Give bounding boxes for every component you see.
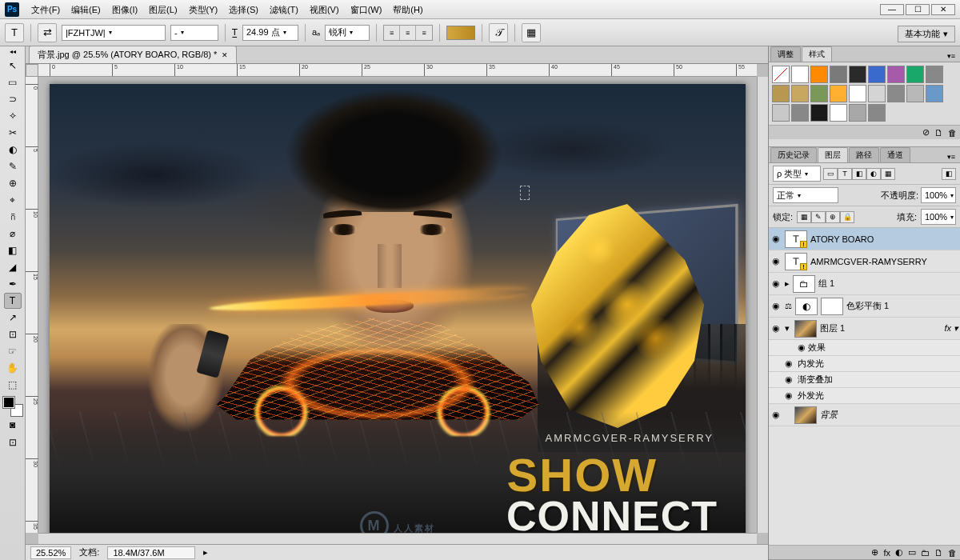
filter-icon[interactable]: ▦	[881, 168, 895, 180]
visibility-toggle[interactable]: ◉	[770, 256, 782, 267]
tab-styles[interactable]: 样式	[802, 46, 832, 62]
visibility-toggle[interactable]: ◉	[770, 323, 782, 334]
swatch-new-button[interactable]: 🗋	[934, 128, 943, 138]
layer-effect-row[interactable]: ◉外发光	[769, 388, 960, 404]
panel-menu-icon[interactable]: ▾≡	[944, 151, 958, 162]
tool-button[interactable]: ⌀	[4, 226, 22, 242]
layer-row[interactable]: ◉背景	[769, 404, 960, 426]
layer-row[interactable]: ◉T!AMRMCGVER-RAMYSERRY	[769, 250, 960, 273]
lock-icon[interactable]: 🔒	[840, 211, 854, 223]
document-tab[interactable]: 背景.jpg @ 25.5% (ATORY BOARO, RGB/8) *✕	[29, 46, 237, 63]
tool-button[interactable]: ☞	[4, 343, 22, 359]
menu-item[interactable]: 图层(L)	[143, 5, 182, 14]
swatch-delete-button[interactable]: 🗑	[948, 128, 957, 138]
tab-paths[interactable]: 路径	[849, 147, 879, 162]
tool-button[interactable]: ⊃	[4, 91, 22, 107]
visibility-toggle[interactable]: ◉	[770, 234, 782, 245]
lock-icon[interactable]: ✎	[811, 211, 826, 223]
layer-action-button[interactable]: fx	[883, 548, 890, 558]
style-swatch[interactable]	[868, 85, 886, 102]
tool-button[interactable]: T	[4, 293, 22, 309]
visibility-toggle[interactable]	[783, 342, 794, 354]
style-swatch[interactable]	[906, 66, 924, 83]
color-picker[interactable]	[3, 397, 22, 416]
warp-text-button[interactable]: 𝒯	[489, 23, 508, 42]
layer-effect-row[interactable]: ◉渐变叠加	[769, 372, 960, 388]
filter-icon[interactable]: ◐	[866, 168, 881, 180]
style-swatch[interactable]	[791, 104, 809, 122]
ruler-vertical[interactable]: 05101520253035	[26, 77, 38, 533]
ruler-horizontal[interactable]: 0510152025303540455055	[38, 64, 757, 77]
workspace-switcher[interactable]: 基本功能▾	[898, 26, 955, 42]
menu-item[interactable]: 视图(V)	[304, 5, 345, 14]
layer-effect-row[interactable]: ◉ 效果	[769, 340, 960, 356]
foreground-color[interactable]	[3, 397, 14, 408]
menu-item[interactable]: 选择(S)	[223, 5, 264, 14]
tool-button[interactable]: ▭	[4, 74, 22, 90]
style-swatch[interactable]	[906, 85, 924, 102]
layer-effect-row[interactable]: ◉内发光	[769, 356, 960, 372]
menu-item[interactable]: 文件(F)	[26, 5, 66, 14]
visibility-toggle[interactable]: ◉	[783, 390, 794, 402]
current-tool-icon[interactable]: T	[5, 23, 24, 42]
tool-button[interactable]: ✎	[4, 158, 22, 174]
menu-item[interactable]: 帮助(H)	[387, 5, 428, 14]
style-swatch[interactable]	[849, 104, 866, 122]
status-arrow-icon[interactable]: ▸	[203, 547, 208, 558]
scrollbar-vertical[interactable]	[757, 77, 768, 533]
tool-button[interactable]: ↖	[4, 58, 22, 74]
style-swatch[interactable]	[791, 85, 809, 102]
style-swatch[interactable]	[772, 85, 790, 102]
minimize-button[interactable]: —	[880, 4, 904, 15]
align-center-button[interactable]: ≡	[400, 26, 416, 40]
orientation-toggle[interactable]: ⇄	[38, 23, 57, 42]
fill-field[interactable]: 100%▾	[921, 209, 956, 225]
scrollbar-horizontal[interactable]	[38, 533, 757, 544]
font-style-select[interactable]: -▾	[170, 25, 218, 41]
menu-item[interactable]: 类型(Y)	[183, 5, 224, 14]
menu-item[interactable]: 编辑(E)	[66, 5, 106, 14]
group-arrow-icon[interactable]: ▸	[785, 278, 790, 289]
layer-action-button[interactable]: 🗀	[921, 548, 930, 558]
tab-history[interactable]: 历史记录	[770, 147, 817, 162]
doc-info-field[interactable]: 18.4M/37.6M	[107, 546, 195, 559]
layer-row[interactable]: ◉⚖◐色彩平衡 1	[769, 295, 960, 318]
layer-action-button[interactable]: 🗋	[934, 548, 943, 558]
fx-badge[interactable]: fx ▾	[944, 323, 958, 334]
close-tab-icon[interactable]: ✕	[222, 51, 228, 59]
lock-icon[interactable]: ⊕	[826, 211, 840, 223]
style-swatch[interactable]	[926, 66, 943, 83]
screenmode-toggle[interactable]: ⊡	[4, 434, 22, 450]
font-family-select[interactable]: |FZHTJW|▾	[62, 25, 166, 41]
canvas[interactable]: AMRMCGVER-RAMYSERRY SHOW CONNECT ATORY B…	[50, 84, 746, 544]
style-swatch[interactable]	[772, 104, 790, 122]
style-swatch[interactable]	[830, 85, 847, 102]
tab-channels[interactable]: 通道	[880, 147, 910, 162]
toolbox-collapse[interactable]: ◂◂	[10, 48, 16, 55]
layer-row[interactable]: ◉T!ATORY BOARO	[769, 228, 960, 250]
opacity-field[interactable]: 100%▾	[921, 187, 956, 203]
menu-item[interactable]: 窗口(W)	[345, 5, 388, 14]
style-none[interactable]	[772, 66, 790, 83]
menu-item[interactable]: 图像(I)	[106, 5, 143, 14]
tool-button[interactable]: ⊕	[4, 175, 22, 191]
layer-row[interactable]: ◉▾图层 1fx ▾	[769, 318, 960, 340]
font-size-select[interactable]: 24.99 点▾	[242, 25, 298, 41]
visibility-toggle[interactable]: ◉	[770, 410, 782, 421]
style-swatch[interactable]	[849, 85, 866, 102]
maximize-button[interactable]: ☐	[906, 4, 930, 15]
text-color-swatch[interactable]	[446, 26, 475, 40]
tool-button[interactable]: ↗	[4, 310, 22, 326]
tool-button[interactable]: ⌖	[4, 192, 22, 208]
align-left-button[interactable]: ≡	[384, 26, 400, 40]
tool-button[interactable]: ⬚	[4, 377, 22, 393]
align-right-button[interactable]: ≡	[416, 26, 432, 40]
layer-filter-type[interactable]: ρ 类型▾	[773, 166, 821, 182]
filter-icon[interactable]: T	[838, 168, 852, 180]
swatch-clear-button[interactable]: ⊘	[922, 127, 930, 138]
style-swatch[interactable]	[926, 85, 943, 102]
visibility-toggle[interactable]: ◉	[770, 301, 782, 312]
ruler-origin[interactable]	[26, 64, 38, 77]
style-swatch[interactable]	[810, 66, 828, 83]
antialias-select[interactable]: 锐利▾	[325, 25, 370, 41]
